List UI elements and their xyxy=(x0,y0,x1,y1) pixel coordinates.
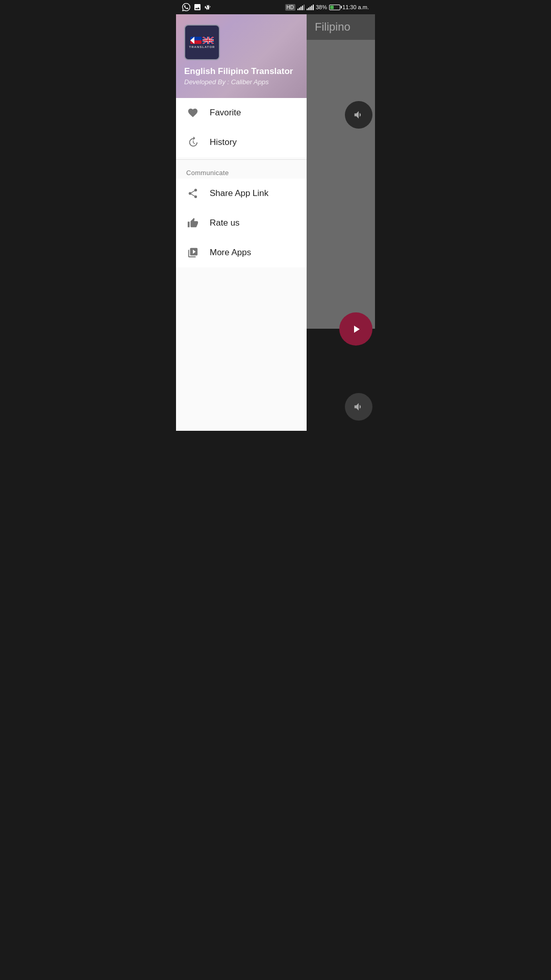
navigation-drawer: TRANSLATOR English Filipino Translator D… xyxy=(176,14,307,431)
volume-button-top[interactable] xyxy=(345,101,372,129)
app-title: English Filipino Translator xyxy=(184,66,298,77)
heart-icon xyxy=(186,106,199,119)
main-top-bar: Filipino xyxy=(307,14,375,40)
drawer-nav-items: Favorite History Communicate Shar xyxy=(176,98,307,431)
app-subtitle: Developed By : Caliber Apps xyxy=(184,78,298,86)
volume-button-bottom[interactable] xyxy=(345,393,372,421)
main-content-panel: Filipino xyxy=(307,14,375,431)
more-apps-label: More Apps xyxy=(210,248,251,258)
history-icon xyxy=(186,136,199,149)
signal-1 xyxy=(297,4,305,10)
communicate-section-header: Communicate xyxy=(176,162,307,179)
main-body xyxy=(307,40,375,329)
whatsapp-icon xyxy=(182,3,190,11)
status-bar: HD 38% 11:30 a.m. xyxy=(176,0,375,14)
nav-item-favorite[interactable]: Favorite xyxy=(176,98,307,128)
signal-2 xyxy=(307,4,314,10)
battery-icon xyxy=(329,5,340,10)
hd-label: HD xyxy=(285,4,295,11)
main-dark-area xyxy=(307,329,375,431)
usb-icon xyxy=(205,3,213,11)
logo-flags xyxy=(190,37,214,44)
status-icons-right: HD 38% 11:30 a.m. xyxy=(285,4,369,11)
favorite-label: Favorite xyxy=(210,108,241,118)
time-display: 11:30 a.m. xyxy=(342,4,369,10)
nav-item-history[interactable]: History xyxy=(176,128,307,157)
drawer-header: TRANSLATOR English Filipino Translator D… xyxy=(176,14,307,98)
divider-1 xyxy=(176,159,307,160)
status-icons-left xyxy=(182,3,213,11)
logo-text: TRANSLATOR xyxy=(189,45,215,48)
main-wrapper: TRANSLATOR English Filipino Translator D… xyxy=(176,14,375,431)
thumbup-icon xyxy=(186,216,199,230)
share-label: Share App Link xyxy=(210,188,268,199)
nav-item-more-apps[interactable]: More Apps xyxy=(176,238,307,267)
rate-label: Rate us xyxy=(210,218,240,228)
nav-item-share[interactable]: Share App Link xyxy=(176,179,307,208)
history-label: History xyxy=(210,137,237,148)
send-button[interactable] xyxy=(339,312,372,346)
filipino-label: Filipino xyxy=(315,20,350,34)
share-icon xyxy=(186,187,199,200)
nav-item-rate[interactable]: Rate us xyxy=(176,208,307,238)
gallery-icon xyxy=(193,3,202,11)
more-apps-icon xyxy=(186,246,199,259)
uk-flag xyxy=(203,37,214,44)
app-logo: TRANSLATOR xyxy=(184,24,220,60)
battery-percent: 38% xyxy=(316,4,327,10)
battery-fill xyxy=(330,6,334,9)
philippine-flag xyxy=(190,37,202,44)
